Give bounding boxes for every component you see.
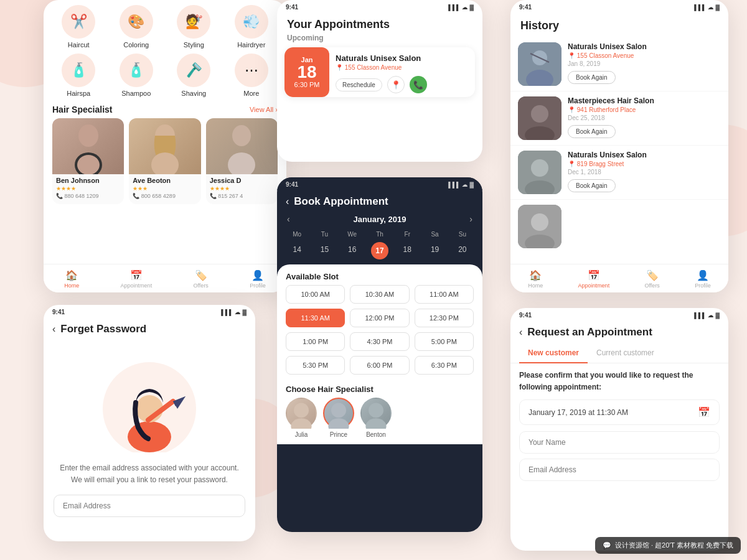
tab-new-customer[interactable]: New customer bbox=[519, 343, 588, 363]
email-field[interactable] bbox=[519, 459, 720, 481]
book-back-button[interactable]: ‹ bbox=[286, 196, 289, 207]
service-shampoo[interactable]: 🧴 Shampoo bbox=[110, 54, 163, 97]
service-shaving[interactable]: 🪒 Shaving bbox=[167, 54, 220, 97]
history-title: History bbox=[510, 13, 728, 37]
status-bar-request: 9:41 ▌▌▌☁▓ bbox=[510, 308, 728, 321]
status-time-request: 9:41 bbox=[519, 312, 532, 319]
cal-date-20[interactable]: 20 bbox=[458, 242, 466, 259]
forgot-back-button[interactable]: ‹ bbox=[52, 324, 55, 335]
service-haircut[interactable]: ✂️ Haircut bbox=[52, 5, 105, 49]
slot-1730[interactable]: 5:30 PM bbox=[286, 356, 345, 375]
slot-1100[interactable]: 11:00 AM bbox=[415, 285, 474, 304]
offers-icon-hist: 🏷️ bbox=[646, 269, 659, 281]
coloring-icon: 🎨 bbox=[120, 5, 153, 39]
slot-1230[interactable]: 12:30 PM bbox=[415, 309, 474, 327]
reschedule-button[interactable]: Reschedule bbox=[336, 78, 382, 91]
email-input[interactable] bbox=[54, 495, 245, 517]
available-slot-title: Available Slot bbox=[277, 267, 482, 285]
prince-avatar bbox=[323, 398, 354, 429]
book-again-btn-3[interactable]: Book Again bbox=[568, 179, 616, 192]
status-bar-book: 9:41 ▌▌▌☁▓ bbox=[277, 177, 482, 190]
service-more[interactable]: ⋯ More bbox=[225, 54, 278, 97]
watermark: 💬 设计资源馆 · 超20'T 素材教程 免费下载 bbox=[595, 537, 741, 554]
slot-1130[interactable]: 11:30 AM bbox=[286, 309, 345, 327]
specialist-ave[interactable]: Ave Beoton ★★★ 📞 800 658 4289 bbox=[129, 118, 200, 204]
location-button[interactable]: 📍 bbox=[387, 76, 405, 93]
slot-1830[interactable]: 6:30 PM bbox=[415, 356, 474, 375]
nav-home-hist[interactable]: 🏠 Home bbox=[528, 269, 543, 289]
svg-point-6 bbox=[228, 152, 255, 174]
nav-profile-hist[interactable]: 👤 Profile bbox=[695, 269, 711, 289]
slot-1630[interactable]: 4:30 PM bbox=[350, 332, 409, 351]
status-bar-history: 9:41 ▌▌▌☁▓ bbox=[510, 0, 728, 13]
nav-offers[interactable]: 🏷️ Offers bbox=[194, 269, 209, 289]
calendar-prev-button[interactable]: ‹ bbox=[287, 214, 290, 224]
book-again-btn-2[interactable]: Book Again bbox=[568, 125, 616, 138]
profile-icon-hist: 👤 bbox=[697, 269, 709, 281]
tab-current-customer[interactable]: Current customer bbox=[588, 343, 663, 363]
svg-point-30 bbox=[531, 213, 548, 231]
svg-point-9 bbox=[331, 403, 346, 418]
cal-date-17[interactable]: 17 bbox=[371, 242, 388, 259]
nav-home[interactable]: 🏠 Home bbox=[64, 269, 79, 289]
nav-appointment-hist[interactable]: 📅 Appointment bbox=[578, 269, 610, 289]
ben-name: Ben Johnson bbox=[52, 174, 124, 185]
cal-date-14[interactable]: 14 bbox=[293, 242, 301, 259]
calendar-next-button[interactable]: › bbox=[469, 214, 472, 224]
slot-1030[interactable]: 10:30 AM bbox=[350, 285, 409, 304]
view-all-link[interactable]: View All › bbox=[250, 106, 278, 113]
slot-1300[interactable]: 1:00 PM bbox=[286, 332, 345, 351]
svg-point-8 bbox=[291, 418, 311, 429]
appt-day: 18 bbox=[297, 63, 316, 81]
cal-date-18[interactable]: 18 bbox=[403, 242, 411, 259]
call-button[interactable]: 📞 bbox=[410, 76, 427, 93]
styling-label: Styling bbox=[184, 41, 204, 49]
spec-julia[interactable]: Julia bbox=[286, 398, 317, 438]
slot-1800[interactable]: 6:00 PM bbox=[350, 356, 409, 375]
history-item-3: Naturals Unisex Salon 📍 819 Bragg Street… bbox=[510, 146, 728, 200]
spec-prince[interactable]: Prince bbox=[323, 398, 354, 438]
book-again-btn-1[interactable]: Book Again bbox=[568, 71, 616, 84]
benton-name: Benton bbox=[366, 431, 386, 438]
svg-point-12 bbox=[365, 418, 386, 429]
calendar-weekdays: Mo Tu We Th Fr Sa Su bbox=[277, 226, 482, 241]
specialist-ben[interactable]: Ben Johnson ★★★★ 📞 880 648 1209 bbox=[52, 118, 124, 204]
service-coloring[interactable]: 🎨 Coloring bbox=[110, 5, 163, 49]
service-styling[interactable]: 💇 Styling bbox=[167, 5, 220, 49]
slot-1700[interactable]: 5:00 PM bbox=[415, 332, 474, 351]
forgot-password-card: 9:41 ▌▌▌☁▓ ‹ Forget Password Enter the e… bbox=[44, 305, 255, 541]
cal-date-16[interactable]: 16 bbox=[348, 242, 356, 259]
weekday-fr: Fr bbox=[393, 229, 421, 240]
home-screen-card: ✂️ Haircut 🎨 Coloring 💇 Styling 💨 Hairdr… bbox=[44, 0, 286, 292]
slot-1200[interactable]: 12:00 PM bbox=[350, 309, 409, 327]
shampoo-icon: 🧴 bbox=[120, 54, 153, 87]
request-date-field: January 17, 2019 at 11:30 AM 📅 bbox=[519, 399, 720, 425]
cal-date-15[interactable]: 15 bbox=[321, 242, 329, 259]
nav-offers-hist[interactable]: 🏷️ Offers bbox=[645, 269, 660, 289]
status-time-book: 9:41 bbox=[286, 181, 298, 188]
specialist-jessica[interactable]: Jessica D ★★★★ 📞 815 267 4 bbox=[206, 118, 278, 204]
book-appointment-card: 9:41 ▌▌▌☁▓ ‹ Book Appointment ‹ January,… bbox=[277, 177, 482, 532]
slot-1000[interactable]: 10:00 AM bbox=[286, 285, 345, 304]
appointment-nav-icon: 📅 bbox=[130, 269, 143, 281]
service-hairspa[interactable]: 🧴 Hairspa bbox=[52, 54, 105, 97]
request-title: Request an Appointment bbox=[527, 326, 652, 338]
history-salon-3: Naturals Unisex Salon bbox=[568, 151, 721, 159]
svg-point-0 bbox=[78, 124, 98, 147]
forgot-header: ‹ Forget Password bbox=[44, 318, 255, 340]
request-back-button[interactable]: ‹ bbox=[519, 327, 522, 338]
prince-name: Prince bbox=[330, 431, 347, 438]
forgot-description: Enter the email address associated with … bbox=[44, 459, 255, 495]
haircut-icon: ✂️ bbox=[62, 5, 95, 39]
cal-date-19[interactable]: 19 bbox=[431, 242, 439, 259]
name-input[interactable] bbox=[519, 431, 720, 454]
home-icon-hist: 🏠 bbox=[529, 269, 542, 281]
status-icons-book: ▌▌▌☁▓ bbox=[448, 182, 474, 188]
styling-icon: 💇 bbox=[177, 5, 210, 39]
spec-benton[interactable]: Benton bbox=[360, 398, 392, 438]
service-hairdryer[interactable]: 💨 Hairdryer bbox=[225, 5, 278, 49]
history-addr-3: 📍 819 Bragg Street bbox=[568, 161, 721, 167]
nav-appointment[interactable]: 📅 Appointment bbox=[121, 269, 153, 289]
nav-profile[interactable]: 👤 Profile bbox=[250, 269, 266, 289]
offers-label-hist: Offers bbox=[645, 282, 660, 289]
